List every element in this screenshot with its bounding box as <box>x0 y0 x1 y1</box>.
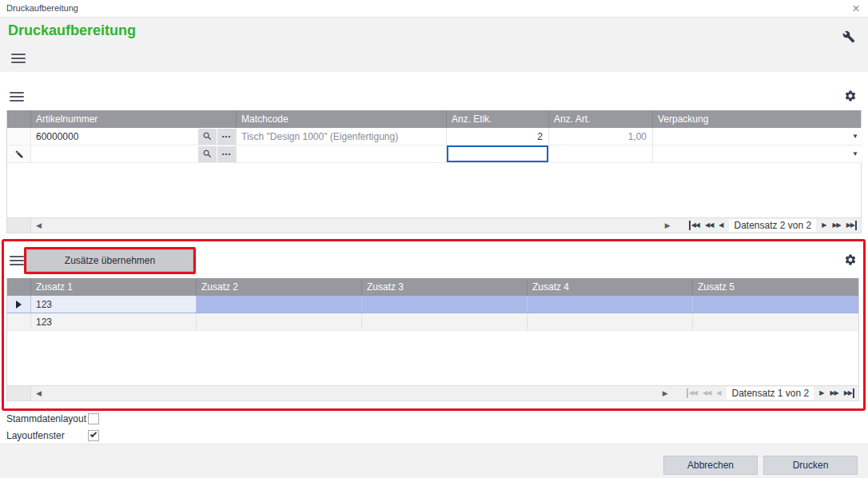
scroll-right-icon[interactable]: ▶ <box>660 222 675 229</box>
articles-row-1[interactable]: 60000000 ••• Tisch "Design 1000" (Eigenf… <box>7 128 861 145</box>
scrollbar-corner <box>7 218 31 233</box>
anz-etik-cell-focused[interactable] <box>447 145 549 162</box>
row-selector-header <box>7 110 31 128</box>
nav-fast-fwd-icon[interactable]: ▶▶ <box>830 388 838 398</box>
artikelnummer-cell-new[interactable]: ••• <box>31 145 237 162</box>
zusatz1-cell[interactable]: 123 <box>31 296 197 313</box>
footer-bar: Abbrechen Drucken <box>0 444 868 478</box>
nav-prev-icon[interactable]: ◀ <box>719 221 723 230</box>
col-anz-art[interactable]: Anz. Art. <box>549 110 653 128</box>
articles-table: Artikelnummer Matchcode Anz. Etik. Anz. … <box>6 110 862 217</box>
drucken-button[interactable]: Drucken <box>763 456 858 475</box>
matchcode-cell[interactable]: Tisch "Design 1000" (Eigenfertigung) <box>237 128 447 145</box>
matchcode-cell-new[interactable] <box>237 145 447 162</box>
artikelnummer-cell[interactable]: 60000000 ••• <box>31 128 237 145</box>
anz-etik-cell[interactable]: 2 <box>447 128 549 145</box>
verpackung-cell[interactable]: ▼ <box>653 128 862 145</box>
nav-last-icon[interactable]: ▶▶ <box>846 221 857 230</box>
nav-first-icon[interactable]: ◀◀ <box>687 388 697 398</box>
artikelnummer-value[interactable]: 60000000 <box>31 131 197 142</box>
articles-table-header: Artikelnummer Matchcode Anz. Etik. Anz. … <box>7 110 861 128</box>
articles-menu-icon[interactable] <box>10 90 24 104</box>
window-title: Druckaufbereitung <box>6 3 78 13</box>
zusatz2-cell[interactable] <box>197 313 362 330</box>
row-selector-header <box>7 278 31 296</box>
anz-art-cell-new[interactable] <box>549 145 653 162</box>
zusaetze-menu-icon[interactable] <box>10 253 24 268</box>
articles-gear-icon[interactable] <box>844 90 857 102</box>
search-icon[interactable] <box>197 129 217 145</box>
col-artikelnummer[interactable]: Artikelnummer <box>31 110 237 128</box>
layoutfenster-option: Layoutfenster <box>6 430 99 441</box>
zusaetze-table: Zusatz 1 Zusatz 2 Zusatz 3 Zusatz 4 Zusa… <box>6 278 859 385</box>
col-matchcode[interactable]: Matchcode <box>237 110 447 128</box>
col-zusatz-3[interactable]: Zusatz 3 <box>362 278 528 296</box>
current-row-arrow-icon <box>16 301 22 309</box>
nav-first-icon[interactable]: ◀◀ <box>689 221 699 230</box>
zusatz1-cell[interactable]: 123 <box>31 313 197 330</box>
col-zusatz-2[interactable]: Zusatz 2 <box>197 278 362 296</box>
dropdown-icon[interactable]: ▼ <box>848 145 862 162</box>
scroll-left-icon[interactable]: ◀ <box>31 222 46 229</box>
row-selector[interactable] <box>7 313 31 330</box>
zusatz3-cell[interactable] <box>362 296 528 313</box>
page-title: Druckaufbereitung <box>8 22 136 39</box>
zusaetze-row-2[interactable]: 123 <box>7 313 858 331</box>
zusatz3-cell[interactable] <box>362 313 528 330</box>
nav-next-icon[interactable]: ▶ <box>822 221 826 230</box>
ellipsis-icon[interactable]: ••• <box>217 129 236 145</box>
close-icon[interactable]: × <box>852 0 860 18</box>
stammdatenlayout-checkbox[interactable] <box>88 413 99 424</box>
layoutfenster-checkbox[interactable] <box>88 430 99 441</box>
col-anz-etik[interactable]: Anz. Etik. <box>447 110 549 128</box>
col-zusatz-4[interactable]: Zusatz 4 <box>528 278 693 296</box>
layoutfenster-label: Layoutfenster <box>6 430 88 441</box>
druckaufbereitung-window: Druckaufbereitung × Druckaufbereitung Ar… <box>0 0 868 478</box>
row-selector[interactable] <box>7 128 31 145</box>
search-icon[interactable] <box>197 146 217 162</box>
zusatz2-cell[interactable] <box>197 296 362 313</box>
nav-last-icon[interactable]: ▶▶ <box>844 388 854 398</box>
abbrechen-button[interactable]: Abbrechen <box>663 456 758 475</box>
dropdown-icon[interactable]: ▼ <box>848 128 862 145</box>
window-titlebar: Druckaufbereitung × <box>0 0 868 18</box>
scroll-left-icon[interactable]: ◀ <box>31 390 46 397</box>
nav-fast-rev-icon[interactable]: ◀◀ <box>705 221 713 230</box>
articles-pager: ▶ ◀◀ ◀◀ ◀ Datensatz 2 von 2 ▶ ▶▶ ▶▶ <box>660 219 861 232</box>
ellipsis-icon[interactable]: ••• <box>217 146 236 162</box>
col-zusatz-5[interactable]: Zusatz 5 <box>693 278 858 296</box>
zusatz4-cell[interactable] <box>528 313 693 330</box>
articles-row-2[interactable]: ••• ▼ <box>7 145 861 163</box>
record-indicator: Datensatz 1 von 2 <box>727 387 814 400</box>
button-annotation-box: Zusätze übernehmen <box>24 247 196 274</box>
zusaetze-uebernehmen-button[interactable]: Zusätze übernehmen <box>26 249 193 272</box>
nav-prev-icon[interactable]: ◀ <box>716 388 721 398</box>
header-menu-icon[interactable] <box>11 51 26 66</box>
wrench-icon[interactable] <box>842 30 855 43</box>
stammdatenlayout-option: Stammdatenlayout <box>6 413 99 424</box>
col-verpackung[interactable]: Verpackung <box>653 110 862 128</box>
zusaetze-row-1-selected[interactable]: 123 <box>7 296 858 313</box>
zusaetze-pager: ▶ ◀◀ ◀◀ ◀ Datensatz 1 von 2 ▶ ▶▶ ▶▶ <box>658 387 858 400</box>
row-selector-edit[interactable] <box>7 145 31 162</box>
nav-fast-fwd-icon[interactable]: ▶▶ <box>832 221 840 230</box>
verpackung-cell-new[interactable]: ▼ <box>653 145 862 162</box>
nav-next-icon[interactable]: ▶ <box>819 388 824 398</box>
nav-fast-rev-icon[interactable]: ◀◀ <box>703 388 711 398</box>
zusaetze-gear-icon[interactable] <box>844 253 857 266</box>
record-indicator: Datensatz 2 von 2 <box>729 219 816 232</box>
zusaetze-scrollbar: ◀ ▶ ◀◀ ◀◀ ◀ Datensatz 1 von 2 ▶ ▶▶ ▶▶ <box>6 385 859 401</box>
anz-art-cell[interactable]: 1,00 <box>549 128 653 145</box>
zusaetze-table-header: Zusatz 1 Zusatz 2 Zusatz 3 Zusatz 4 Zusa… <box>7 278 858 296</box>
col-zusatz-1[interactable]: Zusatz 1 <box>31 278 197 296</box>
checkmark-icon <box>90 431 97 437</box>
stammdatenlayout-label: Stammdatenlayout <box>6 413 88 424</box>
header-band: Druckaufbereitung <box>0 18 868 72</box>
zusatz5-cell[interactable] <box>693 296 858 313</box>
scroll-right-icon[interactable]: ▶ <box>658 390 673 397</box>
scrollbar-corner <box>7 386 31 400</box>
zusatz5-cell[interactable] <box>693 313 858 330</box>
row-selector-current[interactable] <box>7 296 31 313</box>
pencil-icon <box>14 149 24 159</box>
zusatz4-cell[interactable] <box>528 296 693 313</box>
